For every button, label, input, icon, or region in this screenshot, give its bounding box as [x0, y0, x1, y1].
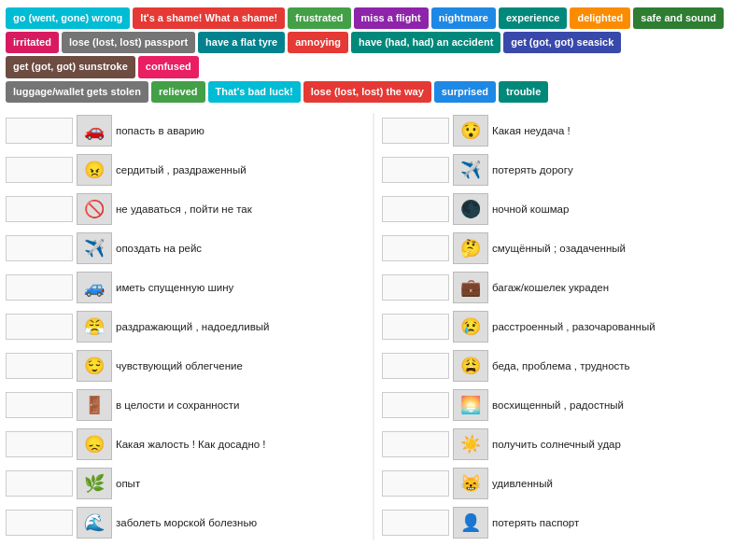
item-image-3: 🤔: [453, 232, 488, 264]
item-image-10: 👤: [453, 507, 488, 539]
list-item: 🌑ночной кошмар: [382, 191, 741, 227]
item-image-1: 😠: [77, 154, 112, 186]
tag-it_s_a_shame__what_a[interactable]: It's a shame! What a shame!: [133, 7, 285, 29]
item-label-9: удивленный: [492, 478, 741, 489]
list-item: 😤раздражающий , надоедливый: [6, 309, 365, 344]
tag-relieved[interactable]: relieved: [151, 81, 205, 103]
item-image-9: 🌿: [77, 468, 112, 499]
answer-input-right-4[interactable]: [382, 274, 449, 301]
answer-input-right-0[interactable]: [382, 118, 449, 144]
list-item: ✈️опоздать на рейс: [6, 231, 365, 266]
tag-delighted[interactable]: delighted: [570, 7, 630, 29]
list-item: 🚫не удаваться , пойти не так: [6, 191, 365, 227]
item-label-10: потерять паспорт: [492, 517, 741, 528]
list-item: 🚪в целости и сохранности: [6, 387, 365, 423]
item-image-7: 🚪: [77, 389, 112, 421]
item-image-5: 😤: [77, 311, 112, 343]
tag-confused[interactable]: confused: [138, 56, 199, 77]
item-label-5: расстроенный , разочарованный: [492, 321, 741, 332]
tag-frustrated[interactable]: frustrated: [288, 7, 350, 29]
list-item: 😞Какая жалость ! Как досадно !: [6, 427, 365, 462]
item-image-2: 🌑: [453, 193, 488, 225]
item-image-0: 🚗: [77, 115, 112, 147]
answer-input-left-10[interactable]: [6, 510, 73, 536]
tags-row-3: luggage/wallet gets stolenrelievedThat's…: [6, 81, 741, 103]
answer-input-right-8[interactable]: [382, 431, 449, 457]
item-label-8: получить солнечный удар: [492, 439, 741, 450]
tag-surprised[interactable]: surprised: [434, 81, 496, 103]
list-item: 🌿опыт: [6, 466, 365, 501]
answer-input-left-8[interactable]: [6, 431, 73, 457]
list-item: 😩беда, проблема , трудность: [382, 348, 741, 384]
item-image-5: 😢: [453, 311, 488, 343]
answer-input-right-10[interactable]: [382, 510, 449, 536]
item-image-3: ✈️: [77, 232, 112, 264]
item-label-4: багаж/кошелек украден: [492, 282, 741, 293]
tag-experience[interactable]: experience: [499, 7, 567, 29]
item-image-4: 🚙: [77, 272, 112, 303]
item-label-6: беда, проблема , трудность: [492, 360, 741, 371]
item-label-6: чувствующий облегчение: [116, 360, 365, 371]
answer-input-right-1[interactable]: [382, 157, 449, 183]
answer-input-left-9[interactable]: [6, 470, 73, 497]
item-label-5: раздражающий , надоедливый: [116, 321, 365, 332]
matching-area: 🚗попасть в аварию😠сердитый , раздраженны…: [0, 109, 747, 544]
item-image-6: 😌: [77, 350, 112, 382]
tag-trouble[interactable]: trouble: [499, 81, 548, 103]
tags-row-1: go (went, gone) wrongIt's a shame! What …: [6, 7, 741, 29]
item-label-1: сердитый , раздраженный: [116, 164, 365, 175]
tag-lose__lost__lost__pa[interactable]: lose (lost, lost) passport: [62, 32, 195, 53]
answer-input-right-2[interactable]: [382, 196, 449, 222]
item-image-9: 😸: [453, 468, 488, 499]
answer-input-right-5[interactable]: [382, 314, 449, 340]
list-item: ☀️получить солнечный удар: [382, 427, 741, 462]
tag-go__went__gone__wron[interactable]: go (went, gone) wrong: [6, 7, 130, 29]
answer-input-left-2[interactable]: [6, 196, 73, 222]
list-item: 🚗попасть в аварию: [6, 113, 365, 148]
left-column: 🚗попасть в аварию😠сердитый , раздраженны…: [6, 113, 365, 540]
item-image-4: 💼: [453, 272, 488, 303]
item-label-2: ночной кошмар: [492, 203, 741, 215]
tag-lose__lost__lost__th[interactable]: lose (lost, lost) the way: [303, 81, 431, 103]
answer-input-left-3[interactable]: [6, 235, 73, 261]
answer-input-left-0[interactable]: [6, 118, 73, 144]
right-column: 😯Какая неудача !✈️потерять дорогу🌑ночной…: [382, 113, 741, 540]
tag-luggage_wallet_gets_[interactable]: luggage/wallet gets stolen: [6, 81, 148, 103]
answer-input-left-5[interactable]: [6, 314, 73, 340]
list-item: 😌чувствующий облегчение: [6, 348, 365, 384]
list-item: ✈️потерять дорогу: [382, 152, 741, 188]
item-label-3: опоздать на рейс: [116, 243, 365, 254]
answer-input-right-6[interactable]: [382, 353, 449, 379]
item-label-8: Какая жалость ! Как досадно !: [116, 439, 365, 450]
answer-input-left-6[interactable]: [6, 353, 73, 379]
tag-annoying[interactable]: annoying: [288, 32, 348, 53]
list-item: 💼багаж/кошелек украден: [382, 270, 741, 305]
item-label-7: в целости и сохранности: [116, 399, 365, 411]
tag-safe_and_sound[interactable]: safe and sound: [633, 7, 724, 29]
item-image-10: 🌊: [77, 507, 112, 539]
list-item: 😠сердитый , раздраженный: [6, 152, 365, 188]
item-image-2: 🚫: [77, 193, 112, 225]
list-item: 😯Какая неудача !: [382, 113, 741, 148]
tag-irritated[interactable]: irritated: [6, 32, 59, 53]
answer-input-left-1[interactable]: [6, 157, 73, 183]
tag-nightmare[interactable]: nightmare: [431, 7, 496, 29]
item-image-1: ✈️: [453, 154, 488, 186]
item-label-4: иметь спущенную шину: [116, 282, 365, 293]
list-item: 😸удивленный: [382, 466, 741, 501]
tag-get__got__got__sunst[interactable]: get (got, got) sunstroke: [6, 56, 135, 77]
answer-input-left-4[interactable]: [6, 274, 73, 301]
tag-that_s_bad_luck_[interactable]: That's bad luck!: [208, 81, 301, 103]
answer-input-right-7[interactable]: [382, 392, 449, 418]
tag-have_a_flat_tyre[interactable]: have a flat tyre: [198, 32, 285, 53]
item-label-3: смущённый ; озадаченный: [492, 243, 741, 254]
list-item: 🤔смущённый ; озадаченный: [382, 231, 741, 266]
item-label-10: заболеть морской болезнью: [116, 517, 365, 528]
item-image-7: 🌅: [453, 389, 488, 421]
answer-input-right-3[interactable]: [382, 235, 449, 261]
tag-miss_a_flight[interactable]: miss a flight: [354, 7, 429, 29]
tag-have__had__had__an_a[interactable]: have (had, had) an accident: [351, 32, 500, 53]
answer-input-right-9[interactable]: [382, 470, 449, 497]
tag-get__got__got__seasi[interactable]: get (got, got) seasick: [503, 32, 621, 53]
answer-input-left-7[interactable]: [6, 392, 73, 418]
